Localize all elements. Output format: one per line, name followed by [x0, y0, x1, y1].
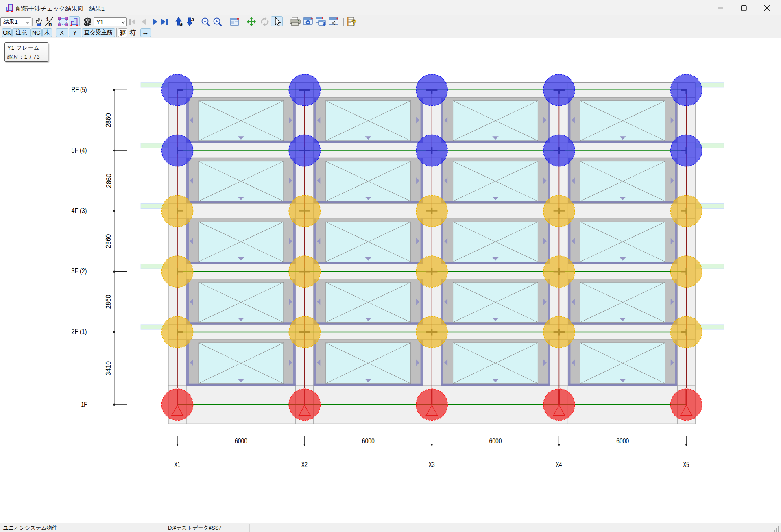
svg-text:2860: 2860 [105, 234, 113, 249]
svg-text:2860: 2860 [105, 295, 113, 309]
svg-text:3F (2): 3F (2) [72, 267, 87, 275]
svg-text:6000: 6000 [489, 437, 502, 445]
svg-text:X5: X5 [683, 461, 689, 469]
svg-text:2860: 2860 [105, 174, 113, 188]
svg-text:6000: 6000 [235, 437, 247, 445]
svg-text:6000: 6000 [362, 437, 375, 445]
svg-text:4F (3): 4F (3) [72, 207, 87, 215]
svg-text:X1: X1 [174, 461, 180, 469]
svg-text:1F: 1F [81, 401, 87, 408]
svg-text:2860: 2860 [105, 113, 113, 127]
svg-text:RF (5): RF (5) [72, 86, 87, 94]
svg-text:X4: X4 [556, 461, 562, 469]
svg-text:2F (1): 2F (1) [72, 328, 87, 336]
svg-text:5F (4): 5F (4) [72, 146, 87, 154]
svg-text:X2: X2 [301, 461, 308, 469]
svg-text:X3: X3 [429, 461, 435, 469]
svg-text:3410: 3410 [105, 361, 113, 375]
svg-text:6000: 6000 [616, 437, 629, 445]
